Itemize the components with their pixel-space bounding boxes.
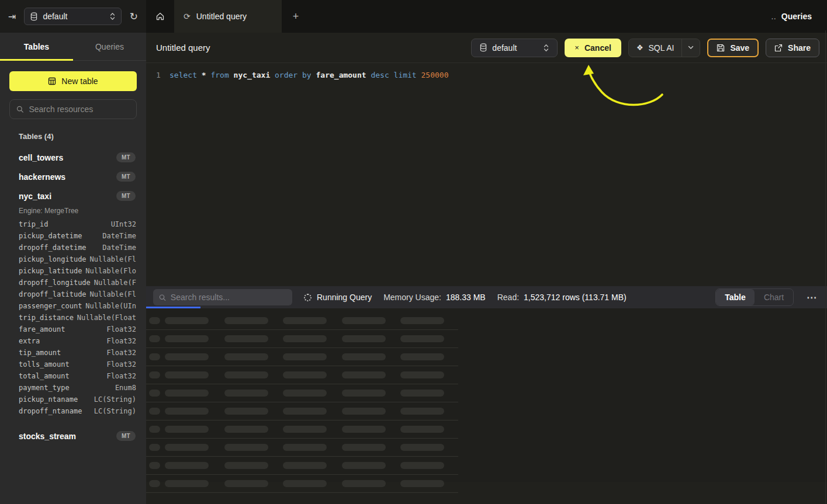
column-type: Nullable(Float bbox=[77, 314, 136, 322]
column-type: Float32 bbox=[106, 325, 136, 333]
skeleton-cell bbox=[165, 390, 209, 397]
topbar-database-selector[interactable]: default bbox=[24, 8, 121, 25]
column-name: passenger_count bbox=[19, 302, 85, 310]
share-label: Share bbox=[788, 43, 811, 53]
column-row[interactable]: pickup_datetimeDateTime bbox=[0, 230, 146, 242]
column-row[interactable]: dropoff_longitudeNullable(F bbox=[0, 277, 146, 289]
collapse-sidebar-icon[interactable]: ⇥ bbox=[8, 11, 16, 22]
results-search-input[interactable] bbox=[171, 293, 286, 302]
skeleton-cell bbox=[149, 480, 160, 487]
editor-actions: default × Cancel ❖ SQL AI Save bbox=[471, 39, 819, 57]
column-row[interactable]: pickup_longitudeNullable(Fl bbox=[0, 253, 146, 265]
more-options-button[interactable]: ⋯ bbox=[805, 291, 818, 304]
code-token: by bbox=[302, 71, 312, 79]
sql-ai-button[interactable]: ❖ SQL AI bbox=[629, 39, 682, 57]
column-row[interactable]: trip_distanceNullable(Float bbox=[0, 312, 146, 324]
column-name: trip_distance bbox=[19, 314, 77, 322]
table-item-stocks-stream[interactable]: stocks_stream MT bbox=[0, 426, 146, 446]
skeleton-cell bbox=[283, 480, 327, 487]
skeleton-cell bbox=[400, 462, 444, 469]
sidebar-tabs: Tables Queries bbox=[0, 33, 146, 61]
column-row[interactable]: pickup_latitudeNullable(Flo bbox=[0, 265, 146, 277]
spinner-icon bbox=[304, 294, 312, 301]
skeleton-cell bbox=[165, 426, 209, 433]
code-line-content: select * from nyc_taxi order by fare_amo… bbox=[169, 70, 449, 81]
column-row[interactable]: dropoff_datetimeDateTime bbox=[0, 242, 146, 253]
database-icon bbox=[480, 43, 487, 52]
skeleton-cell bbox=[149, 353, 160, 360]
skeleton-cell bbox=[342, 371, 386, 378]
column-name: pickup_longitude bbox=[19, 255, 90, 263]
skeleton-cell bbox=[149, 317, 160, 324]
engine-label: Engine: MergeTree bbox=[0, 206, 146, 218]
skeleton-cell bbox=[149, 408, 160, 415]
column-row[interactable]: payment_typeEnum8 bbox=[0, 382, 146, 394]
queries-link[interactable]: ‥ Queries bbox=[756, 0, 827, 33]
skeleton-cell bbox=[165, 353, 209, 360]
refresh-icon[interactable]: ↻ bbox=[130, 11, 138, 23]
column-name: payment_type bbox=[19, 384, 115, 392]
column-type: Float32 bbox=[106, 372, 136, 380]
save-icon bbox=[717, 44, 725, 52]
share-button[interactable]: Share bbox=[766, 39, 819, 57]
column-row[interactable]: tolls_amountFloat32 bbox=[0, 359, 146, 370]
cancel-label: Cancel bbox=[584, 43, 611, 53]
sidebar-tab-tables[interactable]: Tables bbox=[0, 33, 73, 60]
skeleton-row bbox=[146, 439, 458, 457]
save-button[interactable]: Save bbox=[707, 39, 759, 57]
queries-icon: ‥ bbox=[771, 12, 777, 21]
skeleton-cell bbox=[342, 390, 386, 397]
tab-untitled-query[interactable]: ⟳ Untitled query bbox=[174, 0, 282, 33]
column-name: trip_id bbox=[19, 220, 111, 228]
column-row[interactable]: trip_idUInt32 bbox=[0, 218, 146, 230]
engine-badge: MT bbox=[116, 431, 136, 441]
table-item-hackernews[interactable]: hackernews MT bbox=[0, 167, 146, 186]
code-line: 1 select * from nyc_taxi order by fare_a… bbox=[146, 63, 827, 81]
code-token: from bbox=[210, 71, 229, 79]
column-row[interactable]: pickup_ntanameLC(String) bbox=[0, 394, 146, 405]
column-name: tolls_amount bbox=[19, 360, 106, 369]
results-search[interactable] bbox=[153, 289, 292, 305]
skeleton-row bbox=[146, 402, 458, 420]
skeleton-cell bbox=[400, 426, 444, 433]
sql-editor[interactable]: 1 select * from nyc_taxi order by fare_a… bbox=[146, 63, 827, 286]
sidebar-search[interactable] bbox=[9, 99, 137, 119]
sidebar-tab-queries[interactable]: Queries bbox=[73, 33, 146, 60]
column-type: Enum8 bbox=[115, 384, 136, 392]
tab-label: Untitled query bbox=[196, 12, 247, 21]
editor-database-selector[interactable]: default bbox=[471, 39, 558, 57]
sidebar-search-input[interactable] bbox=[29, 105, 130, 114]
table-item-nyc-taxi[interactable]: nyc_taxi MT bbox=[0, 186, 146, 206]
column-row[interactable]: dropoff_ntanameLC(String) bbox=[0, 405, 146, 417]
column-row[interactable]: dropoff_latitudeNullable(Fl bbox=[0, 289, 146, 300]
skeleton-cell bbox=[342, 444, 386, 451]
skeleton-cell bbox=[149, 371, 160, 378]
column-row[interactable]: extraFloat32 bbox=[0, 335, 146, 347]
view-toggle-table[interactable]: Table bbox=[716, 289, 755, 305]
home-tab[interactable] bbox=[146, 0, 174, 33]
column-type: Nullable(UIn bbox=[85, 302, 136, 310]
skeleton-cell bbox=[224, 335, 268, 342]
sql-ai-dropdown[interactable] bbox=[681, 39, 700, 57]
new-tab-button[interactable]: + bbox=[282, 0, 310, 33]
column-name: extra bbox=[19, 337, 106, 345]
code-token: 250000 bbox=[421, 71, 449, 79]
search-icon bbox=[16, 105, 23, 113]
view-toggle-chart[interactable]: Chart bbox=[755, 289, 793, 305]
results-toolbar: Running Query Memory Usage: 188.33 MB Re… bbox=[146, 286, 827, 308]
skeleton-cell bbox=[400, 408, 444, 415]
skeleton-cell bbox=[224, 353, 268, 360]
results-area bbox=[146, 308, 827, 482]
column-row[interactable]: tip_amountFloat32 bbox=[0, 347, 146, 359]
view-toggle: Table Chart bbox=[715, 289, 794, 306]
column-name: dropoff_ntaname bbox=[19, 407, 94, 415]
cancel-button[interactable]: × Cancel bbox=[565, 39, 621, 57]
column-row[interactable]: total_amountFloat32 bbox=[0, 370, 146, 382]
column-row[interactable]: fare_amountFloat32 bbox=[0, 324, 146, 335]
column-row[interactable]: passenger_countNullable(UIn bbox=[0, 300, 146, 312]
column-name: fare_amount bbox=[19, 325, 106, 333]
skeleton-cell bbox=[342, 335, 386, 342]
skeleton-cell bbox=[283, 462, 327, 469]
new-table-button[interactable]: New table bbox=[9, 71, 137, 91]
table-item-cell-towers[interactable]: cell_towers MT bbox=[0, 148, 146, 167]
